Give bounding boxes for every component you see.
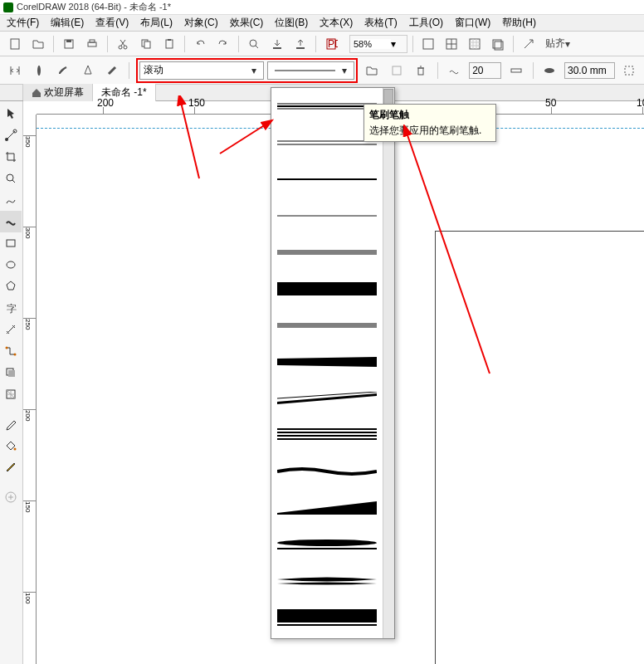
undo-button[interactable] [190,34,210,54]
shape-tool[interactable] [0,124,22,146]
menu-tools[interactable]: 工具(O) [409,16,443,30]
menu-file[interactable]: 文件(F) [7,16,39,30]
brush-stroke-item[interactable] [271,526,383,563]
separator [53,36,54,52]
preset-button[interactable] [29,61,48,81]
open-button[interactable] [28,34,48,54]
annotation-arrow [398,124,506,390]
brush-stroke-item[interactable] [271,563,383,599]
import-button[interactable] [267,34,287,54]
svg-rect-26 [625,66,633,75]
delete-button[interactable] [411,61,430,81]
menu-object[interactable]: 对象(C) [184,16,218,30]
fill-tool[interactable] [0,435,22,456]
vertical-ruler[interactable]: 350 300 250 200 150 100 [23,115,37,664]
svg-line-63 [181,102,199,178]
grid-button[interactable] [442,34,461,54]
svg-rect-30 [7,240,15,247]
snap-button[interactable]: 贴齐▾ [542,34,573,54]
outline-tool[interactable] [0,456,22,478]
browse-button[interactable] [363,61,382,81]
polygon-tool[interactable] [0,276,22,297]
menu-view[interactable]: 查看(V) [95,16,129,30]
drop-shadow-tool[interactable] [0,362,22,383]
paste-button[interactable] [159,34,179,54]
rulers-button[interactable] [465,34,485,54]
menu-table[interactable]: 表格(T) [364,16,397,30]
menu-bitmaps[interactable]: 位图(B) [275,16,308,30]
eyedropper-tool[interactable] [0,413,22,435]
svg-point-34 [14,354,17,356]
publish-pdf-button[interactable]: PDF [321,34,341,54]
brush-stroke-item[interactable] [271,490,383,526]
add-tool[interactable] [0,486,22,508]
freehand-tool[interactable] [0,189,22,211]
brush-stroke-item[interactable] [271,198,383,234]
transparency-tool[interactable] [0,383,22,405]
brush-stroke-item[interactable] [271,417,383,453]
bounding-box-button[interactable] [620,61,639,81]
brush-stroke-combo[interactable]: ▾ [267,61,354,80]
print-button[interactable] [82,34,102,54]
chevron-down-icon: ▾ [339,63,350,78]
text-tool[interactable]: 字 [0,297,22,319]
brush-button[interactable] [54,61,73,81]
menu-help[interactable]: 帮助(H) [502,16,536,30]
zoom-input[interactable] [354,39,391,49]
brush-stroke-item[interactable] [271,161,383,198]
property-bar: 滚动 ▾ ▾ 20 30.0 mm [0,56,644,85]
svg-line-65 [407,133,490,374]
stroke-width-input[interactable]: 30.0 mm [564,62,615,79]
copy-button[interactable] [136,34,156,54]
category-combo[interactable]: 滚动 ▾ [139,61,264,80]
brush-stroke-item[interactable] [271,599,383,636]
brush-stroke-item[interactable] [271,271,383,307]
menu-effects[interactable]: 效果(C) [230,16,264,30]
svg-text:PDF: PDF [328,38,338,50]
scrollbar[interactable] [383,88,394,638]
ellipse-tool[interactable] [0,254,22,276]
pick-tool[interactable] [0,103,22,124]
calligraphic-button[interactable] [102,61,121,81]
width-scale-button[interactable] [506,61,525,81]
parallel-dim-tool[interactable] [0,319,22,340]
search-button[interactable] [244,34,264,54]
svg-rect-61 [277,609,377,622]
spray-button[interactable] [78,61,97,81]
brush-stroke-dropdown[interactable] [271,87,395,639]
title-bar: CorelDRAW 2018 (64-Bit) - 未命名 -1* [0,0,644,15]
guides-button[interactable] [488,34,508,54]
rectangle-tool[interactable] [0,232,22,254]
save-brush-button[interactable] [387,61,406,81]
menu-text[interactable]: 文本(X) [320,16,353,30]
svg-rect-22 [393,66,401,75]
separator [129,62,129,79]
brush-stroke-item[interactable] [271,453,383,490]
connector-tool[interactable] [0,340,22,362]
fullscreen-button[interactable] [418,34,438,54]
menu-edit[interactable]: 编辑(E) [51,16,84,30]
mirror-h-button[interactable] [5,61,24,81]
new-button[interactable] [5,34,25,54]
export-button[interactable] [290,34,310,54]
zoom-combo[interactable]: ▾ [349,35,407,53]
tab-welcome[interactable]: 欢迎屏幕 [23,84,93,101]
smoothing-input[interactable]: 20 [469,62,501,79]
cut-button[interactable] [113,34,133,54]
menu-layout[interactable]: 布局(L) [140,16,173,30]
category-value: 滚动 [144,63,248,77]
brush-stroke-item[interactable] [271,380,383,417]
zoom-tool[interactable] [0,168,22,189]
chevron-down-icon: ▾ [565,38,570,50]
save-button[interactable] [59,34,79,54]
artistic-media-tool[interactable] [0,211,22,232]
brush-stroke-item[interactable] [271,307,383,344]
brush-stroke-item[interactable] [271,344,383,380]
separator [107,36,108,52]
crop-tool[interactable] [0,146,22,168]
svg-rect-4 [90,40,95,42]
launch-button[interactable] [519,34,539,54]
menu-window[interactable]: 窗口(W) [455,16,490,30]
brush-stroke-item[interactable] [271,234,383,271]
redo-button[interactable] [213,34,233,54]
